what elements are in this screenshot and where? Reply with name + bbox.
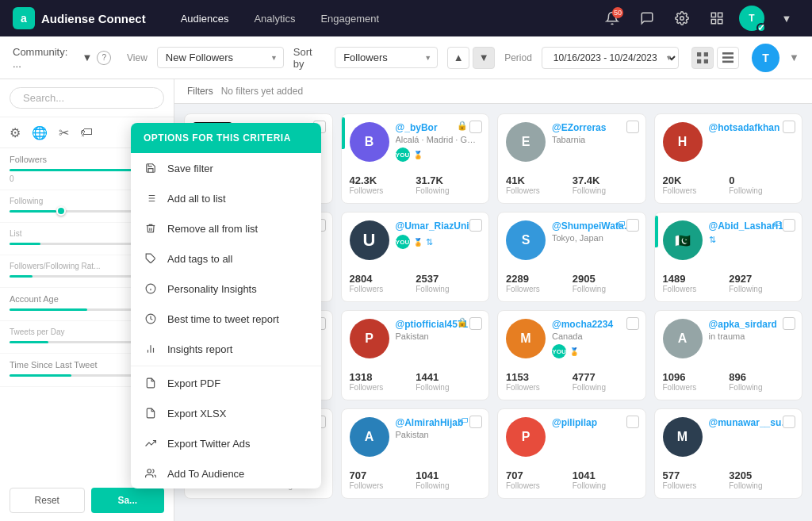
card-followers-val-14: 707Followers xyxy=(350,469,415,490)
card-checkbox-11[interactable] xyxy=(626,317,639,330)
menu-export-pdf[interactable]: Export PDF xyxy=(131,368,321,398)
nav-engagement[interactable]: Engagement xyxy=(311,10,389,28)
sort-desc-button[interactable]: ▼ xyxy=(473,47,495,69)
menu-header: OPTIONS FOR THIS CRITERIA xyxy=(131,123,321,153)
list-range-fill xyxy=(10,243,40,245)
user-avatar[interactable]: T ✓ xyxy=(739,6,764,31)
card-avatar-14: A xyxy=(350,417,389,457)
medal-icon-2: 🏅 xyxy=(413,151,423,159)
export-ads-label: Export Twitter Ads xyxy=(167,438,251,450)
card-stripe-2 xyxy=(342,117,345,149)
card-username-12[interactable]: @apka_sirdard xyxy=(709,319,795,330)
card-following-val-11: 4777Following xyxy=(573,371,638,392)
card-username-11[interactable]: @mocha2234 xyxy=(552,319,638,330)
list-layout-button[interactable] xyxy=(717,47,739,69)
card-checkbox-10[interactable] xyxy=(469,317,482,330)
card-username-15[interactable]: @pilipilap xyxy=(552,417,638,428)
card-username-16[interactable]: @munawar__subhan xyxy=(709,417,795,428)
card-username-6[interactable]: @Umar_RiazUnity xyxy=(396,220,481,232)
account-age-fill xyxy=(10,308,87,311)
best-time-label: Best time to tweet report xyxy=(167,313,279,325)
main-layout: ⚙ 🌐 ✂ 🏷 ⋮ Followers10M+ 010M+ Following xyxy=(0,79,812,521)
avatar-dropdown-button[interactable]: ▼ xyxy=(789,52,799,63)
messages-button[interactable] xyxy=(634,6,660,31)
card-avatar-2: B xyxy=(350,122,389,162)
save-button[interactable]: Sa... xyxy=(91,488,165,513)
filter-sliders-icon[interactable]: ⚙ xyxy=(10,125,21,140)
card-checkbox-8[interactable] xyxy=(783,219,795,232)
grid-view-button[interactable] xyxy=(704,6,730,31)
card-checkbox-4[interactable] xyxy=(783,121,795,133)
card-checkbox-7[interactable] xyxy=(626,219,639,232)
nav-analytics[interactable]: Analytics xyxy=(244,10,304,28)
svg-rect-1 xyxy=(711,13,715,17)
personality-label: Personality Insights xyxy=(167,283,257,295)
user-dropdown-button[interactable]: ▼ xyxy=(774,6,799,31)
card-checkbox-6[interactable] xyxy=(469,219,482,232)
filters-status: No filters yet added xyxy=(221,86,303,97)
menu-personality-insights[interactable]: Personality Insights xyxy=(131,274,321,304)
menu-best-time-tweet[interactable]: Best time to tweet report xyxy=(131,304,321,334)
menu-add-to-audience[interactable]: Add To Audience xyxy=(131,458,321,488)
export-ads-icon xyxy=(144,436,158,450)
community-label: Community: ... ▼ ? xyxy=(13,46,111,70)
globe-icon[interactable]: 🌐 xyxy=(32,125,48,140)
insights-report-label: Insights report xyxy=(167,343,232,355)
logo-area[interactable]: a Audiense Connect xyxy=(13,7,146,29)
card-checkbox-16[interactable] xyxy=(783,416,795,428)
menu-export-xlsx[interactable]: Export XLSX xyxy=(131,398,321,428)
svg-point-26 xyxy=(147,469,151,473)
card-checkbox-2[interactable] xyxy=(469,121,482,133)
following-range-thumb[interactable] xyxy=(56,206,66,216)
reset-button[interactable]: Reset xyxy=(10,488,85,513)
menu-remove-all-from-list[interactable]: Remove all from list xyxy=(131,213,321,243)
twitter-avatar[interactable]: T xyxy=(752,44,779,72)
add-tags-icon xyxy=(144,251,158,266)
card-following-val-4: 0Following xyxy=(729,174,794,195)
svg-rect-9 xyxy=(722,52,733,55)
context-menu: OPTIONS FOR THIS CRITERIA Save filter Ad… xyxy=(131,123,321,488)
menu-add-tags-to-all[interactable]: Add tags to all xyxy=(131,243,321,274)
card-following-val-14: 1041Following xyxy=(416,469,481,490)
sort-select[interactable]: Followers xyxy=(335,47,438,68)
menu-save-filter[interactable]: Save filter xyxy=(131,153,321,183)
view-select[interactable]: New Followers xyxy=(157,47,284,68)
menu-export-twitter-ads[interactable]: Export Twitter Ads xyxy=(131,428,321,458)
card-followers-val-11: 1153Followers xyxy=(506,371,571,392)
card-avatar-3: E xyxy=(506,122,546,162)
user-card-6: U @Umar_RiazUnity YOU 🏅 ⇅ 2804Followers … xyxy=(341,212,490,302)
notifications-button[interactable]: 50 xyxy=(599,6,625,31)
tweets-per-day-fill xyxy=(10,341,48,343)
settings-button[interactable] xyxy=(669,6,695,31)
card-checkbox-14[interactable] xyxy=(469,416,482,428)
export-pdf-icon xyxy=(144,376,158,390)
user-card-7: S @ShumpeiWatanabe Tokyo, Japan 🏷 2289Fo… xyxy=(497,212,646,302)
search-box xyxy=(10,87,164,109)
card-avatar-7: S xyxy=(506,220,546,260)
card-checkbox-3[interactable] xyxy=(626,121,639,133)
card-info-4: @hotsadafkhan xyxy=(709,122,795,133)
card-location-3: Tabarnia xyxy=(552,135,638,144)
grid-layout-button[interactable] xyxy=(691,47,714,69)
toolbar: Community: ... ▼ ? View New Followers So… xyxy=(0,36,812,79)
nav-audiences[interactable]: Audiences xyxy=(171,10,239,28)
search-input[interactable] xyxy=(23,92,156,104)
sort-asc-button[interactable]: ▲ xyxy=(447,47,469,69)
card-info-12: @apka_sirdard in trauma xyxy=(709,319,795,341)
card-checkbox-15[interactable] xyxy=(626,416,639,428)
period-select[interactable]: 10/16/2023 - 10/24/2023 xyxy=(542,47,679,69)
export-pdf-label: Export PDF xyxy=(167,377,220,389)
export-xlsx-icon xyxy=(144,406,158,420)
card-username-4[interactable]: @hotsadafkhan xyxy=(709,122,795,133)
card-followers-val-2: 42.3KFollowers xyxy=(350,174,415,195)
card-username-3[interactable]: @EZorreras xyxy=(552,122,638,133)
card-followers-val-4: 20KFollowers xyxy=(663,174,728,195)
help-button[interactable]: ? xyxy=(97,51,111,65)
card-checkbox-12[interactable] xyxy=(783,317,795,330)
svg-rect-10 xyxy=(722,56,733,59)
community-dropdown[interactable]: ▼ xyxy=(82,52,93,63)
menu-add-all-to-list[interactable]: Add all to list xyxy=(131,183,321,213)
scissors-icon[interactable]: ✂ xyxy=(59,125,69,140)
menu-insights-report[interactable]: Insights report xyxy=(131,334,321,364)
tag-icon[interactable]: 🏷 xyxy=(80,125,93,140)
